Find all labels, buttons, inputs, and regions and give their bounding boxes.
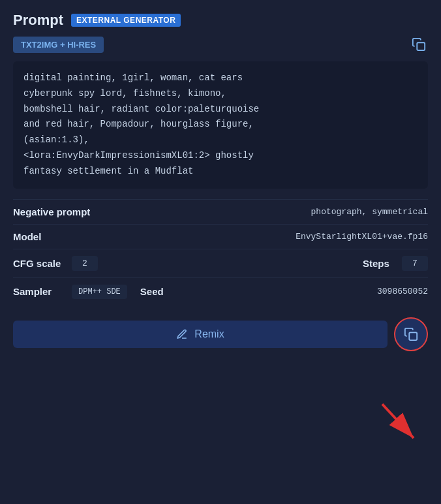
header-row: Prompt EXTERNAL GENERATOR [13, 12, 428, 29]
subheader-row: TXT2IMG + HI-RES [13, 35, 428, 54]
arrow-svg [376, 398, 428, 450]
sampler-seed-row: Sampler DPM++ SDE Seed 3098650052 [13, 277, 428, 306]
cfg-scale-value: 2 [72, 256, 98, 271]
svg-rect-0 [417, 42, 425, 50]
prompt-text: digital painting, 1girl, woman, cat ears… [23, 71, 418, 180]
sampler-label: Sampler [13, 286, 72, 297]
page-title: Prompt [13, 12, 63, 29]
copy-top-button[interactable] [410, 35, 428, 54]
model-label: Model [13, 231, 98, 242]
seed-value: 3098650052 [173, 287, 428, 296]
steps-group: Steps 7 [220, 256, 428, 271]
remix-label: Remix [194, 328, 224, 340]
sampler-value: DPM++ SDE [72, 285, 127, 299]
action-bar: Remix [13, 315, 428, 351]
negative-prompt-label: Negative prompt [13, 206, 98, 217]
steps-value: 7 [402, 256, 428, 271]
remix-button[interactable]: Remix [13, 321, 388, 348]
seed-label: Seed [140, 286, 173, 297]
prompt-text-area: digital painting, 1girl, woman, cat ears… [13, 61, 428, 189]
svg-rect-1 [409, 332, 417, 340]
negative-prompt-value: photograph, symmetrical [98, 207, 428, 217]
cfg-scale-group: CFG scale 2 [13, 256, 220, 271]
steps-label: Steps [363, 258, 402, 269]
copy-icon [404, 327, 418, 341]
mode-badge: TXT2IMG + HI-RES [13, 37, 104, 53]
main-container: Prompt EXTERNAL GENERATOR TXT2IMG + HI-R… [0, 0, 441, 504]
negative-prompt-row: Negative prompt photograph, symmetrical [13, 199, 428, 224]
arrow-indicator [376, 398, 428, 453]
remix-icon [176, 328, 188, 340]
cfg-steps-row: CFG scale 2 Steps 7 [13, 249, 428, 277]
model-value: EnvyStarlightXL01+vae.fp16 [98, 232, 428, 242]
copy-button[interactable] [394, 317, 428, 351]
svg-line-3 [382, 404, 414, 438]
info-section: Negative prompt photograph, symmetrical … [13, 199, 428, 306]
cfg-scale-label: CFG scale [13, 258, 72, 269]
external-generator-badge: EXTERNAL GENERATOR [71, 14, 181, 27]
model-row: Model EnvyStarlightXL01+vae.fp16 [13, 224, 428, 249]
